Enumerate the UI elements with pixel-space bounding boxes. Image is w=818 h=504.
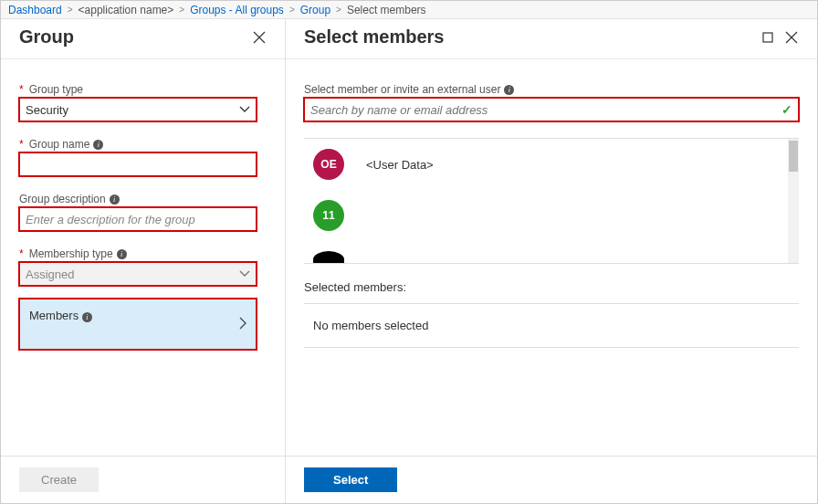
group-name-input[interactable] — [19, 152, 257, 176]
membership-type-select[interactable]: Assigned — [19, 262, 257, 286]
info-icon[interactable]: i — [504, 85, 514, 95]
breadcrumb-app-name: <application name> — [79, 4, 174, 16]
breadcrumb-dashboard[interactable]: Dashboard — [8, 4, 62, 16]
members-selector[interactable]: Members i — [19, 299, 257, 350]
group-type-select[interactable]: Security — [19, 98, 257, 121]
avatar: 11 — [313, 200, 344, 231]
select-members-title: Select members — [304, 26, 751, 47]
selected-members-box: No members selected — [304, 303, 799, 348]
user-row[interactable] — [304, 241, 799, 264]
group-description-label: Group description i — [19, 193, 267, 205]
chevron-down-icon — [239, 268, 250, 280]
group-type-label: *Group type — [19, 83, 267, 96]
create-button[interactable]: Create — [19, 467, 99, 492]
check-icon: ✓ — [781, 102, 792, 117]
avatar — [313, 251, 344, 264]
avatar: OE — [313, 149, 344, 180]
user-row[interactable]: 11 — [304, 190, 799, 241]
info-icon[interactable]: i — [93, 140, 103, 150]
chevron-right-icon: > — [179, 5, 184, 15]
chevron-right-icon: > — [68, 5, 73, 15]
selected-members-label: Selected members: — [304, 280, 799, 294]
chevron-down-icon — [239, 103, 250, 116]
group-panel-title: Group — [19, 26, 243, 47]
scrollbar[interactable] — [788, 139, 799, 263]
group-name-label: *Group name i — [19, 138, 267, 151]
maximize-icon[interactable] — [760, 30, 775, 45]
breadcrumb-groups[interactable]: Groups - All groups — [190, 4, 284, 16]
chevron-right-icon — [239, 317, 246, 332]
info-icon: i — [82, 312, 92, 322]
select-members-panel: Select members Select member or invite a… — [286, 19, 817, 503]
user-name: <User Data> — [366, 158, 434, 172]
group-description-input[interactable] — [19, 207, 257, 231]
scrollbar-thumb[interactable] — [789, 141, 798, 172]
member-search-input[interactable]: ✓ — [304, 98, 799, 121]
breadcrumb-group[interactable]: Group — [300, 4, 330, 16]
info-icon[interactable]: i — [117, 249, 127, 259]
svg-rect-0 — [763, 33, 772, 42]
info-icon[interactable]: i — [110, 194, 120, 205]
membership-type-label: *Membership type i — [19, 247, 267, 260]
user-row[interactable]: OE <User Data> — [304, 139, 799, 190]
select-button[interactable]: Select — [304, 467, 397, 492]
chevron-right-icon: > — [336, 5, 341, 15]
search-label: Select member or invite an external user… — [304, 83, 799, 96]
breadcrumb: Dashboard > <application name> > Groups … — [1, 1, 817, 19]
close-icon[interactable] — [784, 30, 799, 45]
chevron-right-icon: > — [289, 5, 295, 15]
close-icon[interactable] — [252, 30, 267, 45]
group-panel: Group *Group type Security *Group name i — [1, 19, 286, 503]
breadcrumb-current: Select members — [347, 4, 426, 16]
user-list: OE <User Data> 11 — [304, 138, 799, 264]
